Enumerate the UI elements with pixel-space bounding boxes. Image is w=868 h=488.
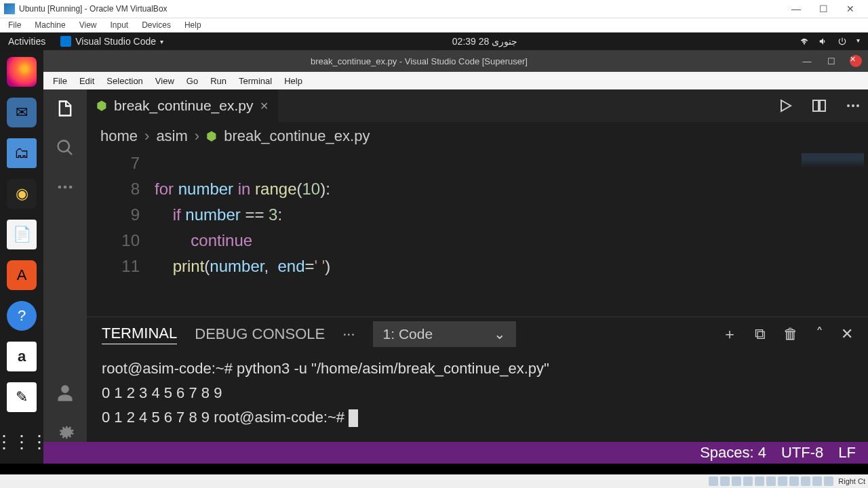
dock-software[interactable]: A [7,260,37,290]
vscode-menu-help[interactable]: Help [279,76,308,86]
chevron-right-icon: › [195,127,199,145]
dock-files[interactable]: 🗂 [7,138,37,168]
svg-rect-3 [813,100,818,111]
panel-tabs-overflow-icon[interactable]: ··· [342,325,355,343]
power-icon [837,37,847,46]
more-actions-icon[interactable] [845,98,861,114]
svg-point-6 [852,104,854,107]
svg-point-0 [58,186,62,189]
vscode-activity-bar [43,89,87,442]
dock-thunderbird[interactable]: ✉ [7,98,37,127]
chevron-right-icon: › [144,127,149,145]
virtualbox-status-tray: Right Ct [0,474,868,488]
vscode-menu-run[interactable]: Run [205,76,232,86]
dock-texteditor[interactable]: ✎ [7,382,37,412]
vbox-tray-network-icon[interactable] [801,476,810,486]
vbox-tray-hdd-icon[interactable] [709,476,718,486]
activity-settings-icon[interactable] [56,423,75,442]
vbox-menu-view[interactable]: View [74,20,102,30]
vbox-tray-audio-icon[interactable] [812,476,822,486]
status-encoding[interactable]: UTF-8 [781,444,823,462]
virtualbox-titlebar: Ubuntu [Running] - Oracle VM VirtualBox … [0,0,868,18]
svg-point-7 [856,104,859,107]
breadcrumb[interactable]: home › asim › ⬢ break_continue_ex.py [87,122,868,150]
line-number-gutter: 7 8 9 10 11 [87,150,155,317]
vbox-menu-help[interactable]: Help [179,20,207,30]
dock-rhythmbox[interactable]: ◉ [7,179,37,209]
vscode-titlebar: break_continue_ex.py - Visual Studio Cod… [43,50,868,72]
vscode-menu-selection[interactable]: Selection [101,76,148,86]
dock-firefox[interactable] [7,57,37,87]
virtualbox-maximize-button[interactable]: ☐ [810,1,837,17]
run-button-icon[interactable] [777,98,793,114]
gnome-activities-button[interactable]: Activities [0,36,54,47]
vbox-tray-usb-icon[interactable] [732,476,741,486]
gnome-clock[interactable]: جنوری 28 02:39 [170,36,800,47]
activity-explorer-icon[interactable] [56,99,75,118]
terminal-line: root@asim-code:~# python3 -u "/home/asim… [102,357,853,381]
vscode-maximize-button[interactable]: ☐ [819,52,844,70]
svg-point-2 [69,186,73,189]
panel-tab-debug-console[interactable]: DEBUG CONSOLE [195,325,325,343]
kill-terminal-icon[interactable]: 🗑 [783,325,798,343]
vbox-menu-machine[interactable]: Machine [29,20,71,30]
dock-amazon[interactable]: a [7,342,37,371]
vscode-menu-go[interactable]: Go [181,76,203,86]
breadcrumb-segment[interactable]: home [100,127,138,145]
breadcrumb-segment[interactable]: break_continue_ex.py [224,127,370,145]
vscode-statusbar[interactable]: Spaces: 4 UTF-8 LF [43,442,868,464]
svg-rect-4 [820,100,825,111]
vbox-tray-mouse-icon[interactable] [789,476,799,486]
maximize-panel-icon[interactable]: ˄ [816,325,823,343]
close-panel-icon[interactable]: ✕ [841,325,853,343]
editor-tab[interactable]: ⬢ break_continue_ex.py ✕ [87,89,278,122]
gnome-active-app-menu[interactable]: Visual Studio Code ▾ [54,36,170,47]
vscode-menu-file[interactable]: File [47,76,73,86]
terminal-output[interactable]: root@asim-code:~# python3 -u "/home/asim… [87,351,868,442]
breadcrumb-segment[interactable]: asim [156,127,187,145]
split-editor-icon[interactable] [811,98,827,114]
vbox-tray-shared-folder-icon[interactable] [743,476,753,486]
new-terminal-icon[interactable]: ＋ [722,324,737,344]
vscode-menu-terminal[interactable]: Terminal [233,76,277,86]
vbox-tray-display-icon[interactable] [755,476,764,486]
panel-tabs: TERMINAL DEBUG CONSOLE ··· 1: Code ⌄ ＋ ⧉… [87,317,868,351]
vbox-menu-input[interactable]: Input [105,20,134,30]
terminal-selector[interactable]: 1: Code ⌄ [373,321,517,347]
vbox-menu-file[interactable]: File [3,20,26,30]
terminal-cursor [349,409,358,427]
vbox-menu-devices[interactable]: Devices [136,20,176,30]
activity-search-icon[interactable] [56,138,75,157]
vbox-tray-optical-icon[interactable] [720,476,730,486]
activity-more-icon[interactable] [56,178,75,197]
svg-point-1 [64,186,67,189]
tab-close-icon[interactable]: ✕ [260,100,269,113]
vscode-close-button[interactable]: ✕ [844,52,868,70]
split-terminal-icon[interactable]: ⧉ [755,325,766,343]
activity-account-icon[interactable] [56,384,75,403]
editor-tab-label: break_continue_ex.py [114,98,253,114]
gnome-system-tray[interactable]: ▾ [800,37,868,46]
status-eol[interactable]: LF [838,444,856,462]
dock-help[interactable]: ? [7,301,37,331]
code-content[interactable]: for number in range(10): if number == 3:… [155,150,868,317]
virtualbox-close-button[interactable]: ✕ [837,1,864,17]
code-editor[interactable]: 7 8 9 10 11 for number in range(10): if … [87,150,868,317]
status-indent[interactable]: Spaces: 4 [700,444,766,462]
vscode-minimize-button[interactable]: — [795,52,819,70]
vbox-tray-cpu-icon[interactable] [778,476,787,486]
svg-point-5 [847,104,850,107]
dock-show-apps[interactable]: ⋮⋮⋮ [7,427,37,457]
terminal-line: 0 1 2 4 5 6 7 8 9 root@asim-code:~# [102,405,853,430]
minimap[interactable] [802,153,864,174]
vscode-menu-view[interactable]: View [150,76,180,86]
python-file-icon: ⬢ [96,98,107,113]
dock-libreoffice[interactable]: 📄 [7,220,37,249]
panel-tab-terminal[interactable]: TERMINAL [102,325,177,344]
vbox-tray-clipboard-icon[interactable] [824,476,833,486]
virtualbox-minimize-button[interactable]: — [783,1,810,17]
vscode-window: break_continue_ex.py - Visual Studio Cod… [43,50,868,464]
vscode-menu-edit[interactable]: Edit [74,76,100,86]
vbox-tray-recording-icon[interactable] [766,476,776,486]
gnome-app-label: Visual Studio Code [75,36,156,47]
